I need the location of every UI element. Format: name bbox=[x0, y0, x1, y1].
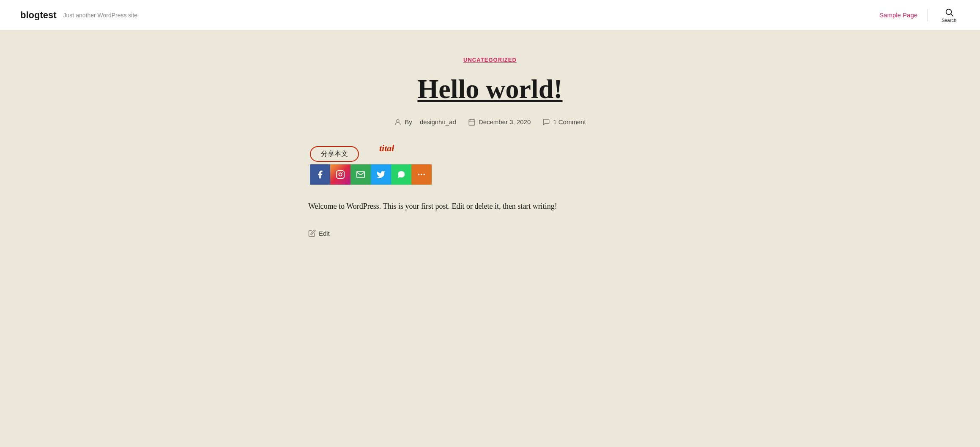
share-twitter-button[interactable] bbox=[371, 164, 391, 185]
comments-meta: 1 Comment bbox=[542, 118, 586, 126]
calendar-icon bbox=[468, 118, 476, 126]
share-section: tital 分享本文 bbox=[308, 146, 672, 185]
svg-rect-7 bbox=[337, 170, 344, 178]
site-tagline: Just another WordPress site bbox=[63, 12, 138, 19]
author-by: By bbox=[405, 118, 412, 125]
share-more-button[interactable] bbox=[411, 164, 432, 185]
svg-point-11 bbox=[424, 174, 425, 175]
post-date: December 3, 2020 bbox=[479, 118, 531, 125]
author-meta: By designhu_ad bbox=[394, 118, 456, 126]
edit-link[interactable]: Edit bbox=[308, 229, 672, 237]
share-email-button[interactable] bbox=[350, 164, 371, 185]
share-instagram-button[interactable] bbox=[330, 164, 350, 185]
share-whatsapp-button[interactable] bbox=[391, 164, 411, 185]
site-header: blogtest Just another WordPress site Sam… bbox=[0, 0, 980, 30]
site-title[interactable]: blogtest bbox=[20, 10, 57, 21]
date-meta: December 3, 2020 bbox=[468, 118, 531, 126]
svg-point-2 bbox=[397, 120, 399, 122]
author-name[interactable]: designhu_ad bbox=[420, 118, 456, 125]
svg-point-10 bbox=[421, 174, 422, 175]
search-label: Search bbox=[942, 18, 956, 23]
edit-label: Edit bbox=[319, 230, 330, 237]
header-left: blogtest Just another WordPress site bbox=[20, 10, 137, 21]
nav-sample-page[interactable]: Sample Page bbox=[879, 11, 917, 19]
tital-annotation: tital bbox=[379, 143, 394, 154]
category-link[interactable]: UNCATEGORIZED bbox=[463, 57, 517, 63]
svg-rect-3 bbox=[469, 120, 475, 125]
svg-point-9 bbox=[418, 174, 420, 175]
header-right: Sample Page Search bbox=[879, 6, 960, 25]
author-icon bbox=[394, 118, 402, 126]
header-divider bbox=[928, 9, 928, 21]
svg-line-1 bbox=[951, 14, 953, 16]
search-icon bbox=[944, 8, 954, 17]
post-body: Welcome to WordPress. This is your first… bbox=[308, 200, 672, 213]
post-category: UNCATEGORIZED bbox=[308, 56, 672, 63]
share-facebook-button[interactable] bbox=[310, 164, 330, 185]
share-label-oval: 分享本文 bbox=[308, 146, 672, 164]
comment-icon bbox=[542, 118, 550, 126]
post-meta: By designhu_ad December 3, 2020 1 Commen… bbox=[308, 118, 672, 126]
comment-count[interactable]: 1 Comment bbox=[553, 118, 586, 125]
main-content: UNCATEGORIZED Hello world! By designhu_a… bbox=[300, 30, 680, 271]
share-icons bbox=[310, 164, 672, 185]
search-button[interactable]: Search bbox=[938, 6, 960, 25]
edit-icon bbox=[308, 229, 316, 237]
post-title: Hello world! bbox=[308, 74, 672, 105]
